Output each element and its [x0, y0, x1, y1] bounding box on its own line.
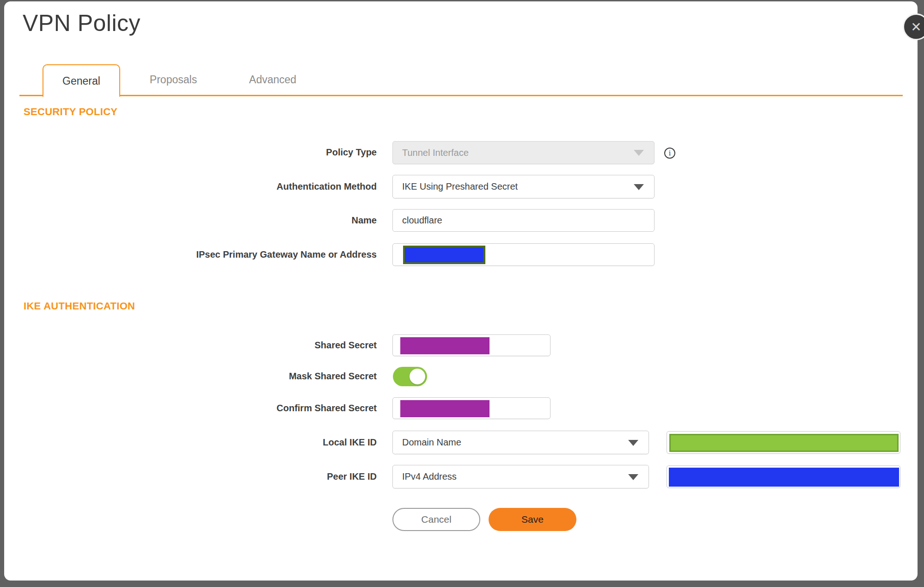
local-ike-id-select[interactable]: Domain Name [392, 431, 649, 454]
name-input[interactable] [392, 209, 655, 232]
tab-advanced[interactable]: Advanced [235, 64, 310, 95]
peer-ike-id-label: Peer IKE ID [143, 471, 377, 482]
mask-shared-secret-toggle[interactable] [393, 367, 427, 386]
page-background: VPN Policy General Proposals Advanced SE… [0, 0, 924, 587]
save-button[interactable]: Save [489, 508, 576, 531]
local-ike-id-type-value: Domain Name [402, 437, 461, 448]
close-icon: ✕ [911, 19, 921, 35]
local-ike-id-value-field[interactable] [667, 431, 900, 454]
name-label: Name [143, 215, 377, 226]
gateway-value-redaction [403, 246, 485, 264]
policy-type-select: Tunnel Interface [392, 141, 655, 164]
vpn-policy-dialog: VPN Policy General Proposals Advanced SE… [4, 1, 918, 581]
dropdown-arrow-icon [628, 440, 638, 446]
tab-general[interactable]: General [43, 64, 120, 97]
confirm-shared-secret-label: Confirm Shared Secret [143, 403, 377, 414]
peer-ike-id-select[interactable]: IPv4 Address [392, 465, 649, 488]
peer-ike-id-type-value: IPv4 Address [402, 471, 457, 482]
info-icon-glyph: i [669, 149, 671, 157]
tab-proposals[interactable]: Proposals [136, 64, 210, 95]
confirm-shared-secret-input[interactable] [392, 397, 551, 419]
tab-advanced-label: Advanced [249, 74, 296, 86]
policy-type-label: Policy Type [143, 147, 377, 158]
tab-general-label: General [62, 75, 100, 87]
authentication-method-value: IKE Using Preshared Secret [402, 181, 518, 192]
section-heading-ike-authentication: IKE AUTHENTICATION [24, 300, 135, 312]
toggle-knob [410, 369, 425, 384]
info-icon[interactable]: i [664, 148, 675, 159]
tab-underline [19, 95, 903, 96]
local-ike-id-label: Local IKE ID [143, 437, 377, 448]
section-heading-security-policy: SECURITY POLICY [24, 106, 117, 118]
authentication-method-select[interactable]: IKE Using Preshared Secret [392, 175, 655, 198]
shared-secret-label: Shared Secret [143, 340, 377, 351]
cancel-button-label: Cancel [421, 514, 451, 525]
local-ike-id-value-redaction [669, 434, 899, 452]
mask-shared-secret-label: Mask Shared Secret [143, 371, 377, 382]
peer-ike-id-value-field[interactable] [667, 465, 900, 488]
authentication-method-label: Authentication Method [143, 181, 377, 192]
tab-proposals-label: Proposals [150, 74, 197, 86]
dropdown-arrow-icon [634, 150, 644, 156]
peer-ike-id-value-redaction [669, 468, 899, 487]
cancel-button[interactable]: Cancel [392, 508, 480, 531]
page-title: VPN Policy [23, 10, 141, 37]
confirm-shared-secret-value-redaction [400, 400, 490, 417]
shared-secret-value-redaction [400, 337, 490, 354]
shared-secret-input[interactable] [392, 334, 551, 356]
save-button-label: Save [521, 514, 544, 525]
gateway-input[interactable] [392, 243, 655, 266]
dropdown-arrow-icon [628, 474, 638, 480]
policy-type-value: Tunnel Interface [402, 148, 469, 158]
dropdown-arrow-icon [634, 184, 644, 190]
gateway-label: IPsec Primary Gateway Name or Address [143, 249, 377, 260]
